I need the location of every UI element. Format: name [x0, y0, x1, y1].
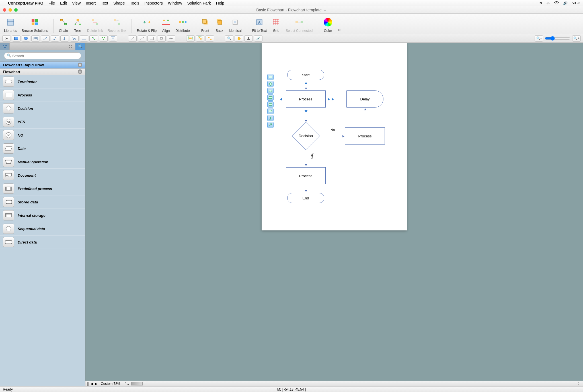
- shape-item-no[interactable]: NONO: [0, 129, 85, 142]
- zoom-in-button[interactable]: 🔍+: [572, 35, 581, 42]
- next-page[interactable]: ▶: [95, 382, 97, 386]
- container-tool[interactable]: [109, 35, 117, 42]
- shape-item-stored[interactable]: Stored data: [0, 195, 85, 209]
- shape-item-document[interactable]: Document: [0, 169, 85, 182]
- fit-page-icon[interactable]: ⛶: [578, 382, 581, 386]
- title-dropdown-icon[interactable]: ⌄: [323, 8, 327, 12]
- qp-decision[interactable]: [267, 81, 274, 87]
- close-icon[interactable]: ×: [78, 63, 82, 67]
- wifi-icon[interactable]: [554, 1, 559, 5]
- zoom-tool[interactable]: 🔍: [225, 35, 233, 42]
- tb-tree[interactable]: Tree: [73, 16, 83, 33]
- menu-window[interactable]: Window: [168, 1, 182, 5]
- tb-rotate-flip[interactable]: Rotate & Flip: [137, 16, 157, 33]
- side-tab-grid[interactable]: [66, 43, 75, 50]
- menu-tools[interactable]: Tools: [130, 1, 139, 5]
- shape-item-sequential[interactable]: Sequential data: [0, 222, 85, 236]
- pause-icon[interactable]: ‖: [87, 382, 89, 386]
- tb-chain[interactable]: Chain: [59, 16, 68, 33]
- handle-up[interactable]: [305, 81, 307, 84]
- tb-identical[interactable]: Identical: [229, 16, 242, 33]
- eyedropper-tool[interactable]: 💉: [254, 35, 262, 42]
- handle-left[interactable]: [279, 98, 282, 101]
- app-name[interactable]: ConceptDraw PRO: [8, 1, 43, 5]
- ellipse-tool[interactable]: [22, 35, 30, 42]
- qp-terminator[interactable]: [267, 88, 274, 94]
- line-tool-2[interactable]: [138, 35, 146, 42]
- qp-document[interactable]: [267, 101, 274, 108]
- prev-page[interactable]: ◀: [91, 382, 93, 386]
- line-tool-4[interactable]: [157, 35, 166, 42]
- connector-2[interactable]: [51, 35, 59, 42]
- tb-back[interactable]: Back: [215, 16, 224, 33]
- menu-text[interactable]: Text: [101, 1, 108, 5]
- tb-distribute[interactable]: Distribute: [175, 16, 190, 33]
- tb-browse-solutions[interactable]: Browse Solutions: [22, 16, 48, 33]
- bluetooth-icon[interactable]: ⁂: [546, 1, 550, 5]
- connector-1[interactable]: [41, 35, 50, 42]
- shape-item-data[interactable]: Data: [0, 142, 85, 155]
- menu-shape[interactable]: Shape: [113, 1, 125, 5]
- qp-data[interactable]: [267, 94, 274, 101]
- canvas-viewport[interactable]: Start Process Delay Decision: [85, 43, 583, 381]
- shape-item-terminator[interactable]: Terminator: [0, 75, 85, 88]
- shape-end[interactable]: End: [287, 193, 324, 203]
- page-tabs[interactable]: [131, 382, 143, 385]
- zoom-stepper[interactable]: ⌃⌄: [124, 382, 130, 386]
- shape-item-direct[interactable]: Direct data: [0, 236, 85, 249]
- qp-delay[interactable]: [267, 108, 274, 114]
- shape-process-3[interactable]: Process: [286, 167, 326, 184]
- lib-header-flowchart[interactable]: Flowchart ×: [0, 68, 85, 75]
- qp-process[interactable]: [267, 74, 274, 80]
- tb-front[interactable]: Front: [200, 16, 210, 33]
- menu-file[interactable]: File: [48, 1, 55, 5]
- qp-arrow[interactable]: [267, 122, 274, 128]
- zoom-out-button[interactable]: 🔍-: [535, 35, 543, 42]
- shape-item-internal[interactable]: Internal storage: [0, 209, 85, 222]
- close-window[interactable]: [3, 8, 6, 12]
- shape-item-process[interactable]: Process: [0, 88, 85, 102]
- close-icon[interactable]: ×: [78, 69, 82, 74]
- shape-item-predefined[interactable]: Predefined process: [0, 182, 85, 195]
- shape-start[interactable]: Start: [287, 70, 324, 80]
- tb-color[interactable]: Color: [323, 16, 333, 33]
- zoom-window[interactable]: [14, 8, 18, 12]
- handle-right[interactable]: [328, 98, 330, 101]
- pan-tool[interactable]: ✋: [235, 35, 243, 42]
- shape-process-2[interactable]: Process: [345, 127, 385, 145]
- connector-7[interactable]: [99, 35, 108, 42]
- handle-down[interactable]: [305, 110, 307, 113]
- text-tool[interactable]: [31, 35, 40, 42]
- connector-4[interactable]: [70, 35, 79, 42]
- tb-libraries[interactable]: Libraries: [4, 16, 17, 33]
- tb-fit-text[interactable]: AFit to Text: [252, 16, 267, 33]
- group-tool-1[interactable]: [186, 35, 195, 42]
- group-tool-2[interactable]: [196, 35, 204, 42]
- handle-right-2[interactable]: [332, 98, 334, 101]
- group-tool-3[interactable]: [206, 35, 214, 42]
- menu-help[interactable]: Help: [216, 1, 224, 5]
- menu-edit[interactable]: Edit: [60, 1, 67, 5]
- shape-decision[interactable]: Decision: [292, 122, 320, 150]
- search-input[interactable]: [4, 52, 81, 59]
- tb-grid[interactable]: Grid: [271, 16, 281, 33]
- side-tab-tree[interactable]: [0, 43, 10, 50]
- minimize-window[interactable]: [9, 8, 12, 12]
- shape-item-yes[interactable]: YESYES: [0, 115, 85, 129]
- connector-6[interactable]: [89, 35, 98, 42]
- page[interactable]: Start Process Delay Decision: [262, 43, 407, 230]
- tb-align[interactable]: Align: [161, 16, 171, 33]
- connector-5[interactable]: [80, 35, 88, 42]
- shape-item-manual[interactable]: Manual operation: [0, 155, 85, 169]
- side-tab-search[interactable]: 🔍: [75, 43, 85, 50]
- menu-solution-park[interactable]: Solution Park: [187, 1, 211, 5]
- shape-process-1[interactable]: Process: [286, 90, 326, 108]
- shape-item-decision[interactable]: Decision: [0, 102, 85, 115]
- zoom-slider[interactable]: [545, 36, 570, 41]
- menu-insert[interactable]: Insert: [86, 1, 96, 5]
- shape-delay[interactable]: Delay: [346, 90, 383, 108]
- rect-tool[interactable]: [12, 35, 20, 42]
- menu-inspectors[interactable]: Inspectors: [144, 1, 163, 5]
- lib-header-rapid-draw[interactable]: Flowcharts Rapid Draw ×: [0, 61, 85, 68]
- volume-icon[interactable]: 🔊: [563, 1, 568, 5]
